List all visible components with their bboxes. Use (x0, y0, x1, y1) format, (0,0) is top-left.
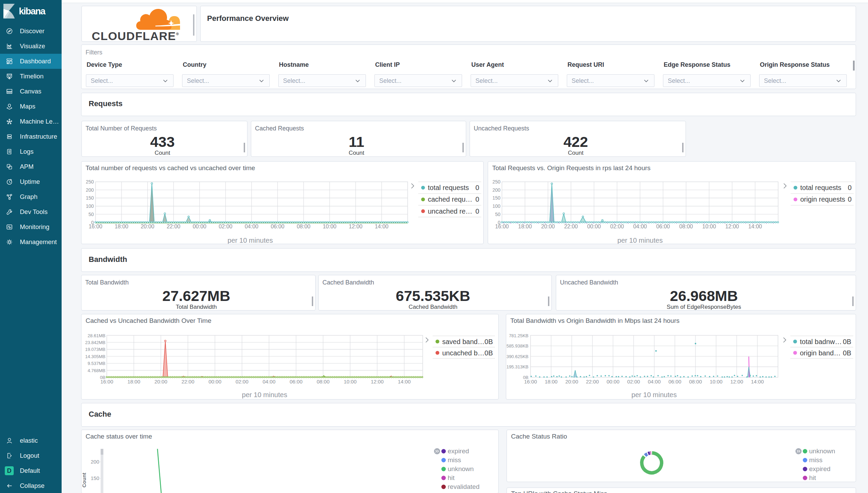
svg-text:total badnw…: total badnw… (800, 338, 842, 345)
svg-text:0B: 0B (843, 349, 851, 357)
svg-text:0: 0 (848, 184, 852, 191)
svg-text:00:00: 00:00 (208, 379, 221, 384)
svg-text:50: 50 (88, 212, 94, 217)
svg-text:100: 100 (86, 203, 94, 209)
svg-text:250: 250 (493, 179, 501, 185)
svg-text:hit: hit (809, 474, 816, 481)
svg-text:100: 100 (493, 203, 501, 209)
svg-text:23.842MB: 23.842MB (85, 340, 105, 345)
svg-text:uncached b…: uncached b… (442, 349, 484, 357)
svg-text:19.073MB: 19.073MB (85, 347, 105, 352)
svg-text:08:00: 08:00 (297, 224, 310, 229)
svg-text:0: 0 (475, 195, 479, 203)
svg-text:per 10 minutes: per 10 minutes (617, 237, 663, 244)
svg-text:00:00: 00:00 (607, 379, 620, 384)
svg-text:20:00: 20:00 (565, 379, 578, 384)
svg-text:06:00: 06:00 (290, 379, 303, 384)
svg-text:22:00: 22:00 (564, 224, 578, 229)
svg-text:585.938KB: 585.938KB (507, 343, 528, 349)
svg-text:150: 150 (86, 195, 94, 201)
svg-text:14:00: 14:00 (751, 379, 764, 384)
svg-text:00:00: 00:00 (193, 224, 206, 229)
svg-text:18:00: 18:00 (115, 224, 128, 229)
svg-text:12:00: 12:00 (725, 224, 739, 229)
svg-text:10:00: 10:00 (323, 224, 336, 229)
svg-text:02:00: 02:00 (610, 224, 624, 229)
svg-text:0: 0 (475, 207, 479, 215)
svg-text:miss: miss (448, 456, 461, 464)
svg-text:miss: miss (809, 456, 822, 464)
svg-text:total requests: total requests (800, 184, 841, 191)
svg-text:200: 200 (86, 187, 94, 193)
svg-text:06:00: 06:00 (668, 379, 681, 384)
svg-text:200: 200 (91, 459, 99, 465)
svg-text:50: 50 (495, 212, 500, 217)
svg-text:12:00: 12:00 (371, 379, 384, 384)
svg-text:4.768MB: 4.768MB (88, 368, 105, 373)
svg-text:10:00: 10:00 (710, 379, 723, 384)
svg-text:22:00: 22:00 (167, 224, 180, 229)
svg-text:expired: expired (809, 465, 830, 472)
svg-text:12:00: 12:00 (349, 224, 362, 229)
svg-text:14:00: 14:00 (375, 224, 388, 229)
svg-text:150: 150 (91, 475, 99, 481)
svg-text:04:00: 04:00 (263, 379, 276, 384)
svg-text:390.625KB: 390.625KB (507, 354, 528, 359)
svg-text:02:00: 02:00 (235, 379, 248, 384)
svg-text:08:00: 08:00 (317, 379, 330, 384)
svg-text:04:00: 04:00 (245, 224, 258, 229)
svg-text:cached requ…: cached requ… (428, 195, 472, 203)
svg-text:10:00: 10:00 (344, 379, 357, 384)
svg-text:04:00: 04:00 (633, 224, 647, 229)
svg-text:200: 200 (493, 187, 501, 193)
svg-text:08:00: 08:00 (679, 224, 693, 229)
svg-text:9.537MB: 9.537MB (88, 361, 105, 366)
svg-text:0: 0 (475, 184, 479, 191)
svg-text:20:00: 20:00 (141, 224, 154, 229)
svg-text:per 10 minutes: per 10 minutes (228, 237, 273, 244)
svg-text:02:00: 02:00 (219, 224, 232, 229)
svg-text:22:00: 22:00 (586, 379, 599, 384)
svg-text:revalidated: revalidated (448, 483, 480, 490)
svg-text:22:00: 22:00 (181, 379, 194, 384)
svg-text:14:00: 14:00 (398, 379, 411, 384)
svg-text:10:00: 10:00 (702, 224, 716, 229)
svg-text:0: 0 (498, 220, 500, 225)
svg-text:02:00: 02:00 (627, 379, 640, 384)
svg-text:00:00: 00:00 (587, 224, 601, 229)
svg-text:expired: expired (448, 447, 469, 455)
svg-text:total requests: total requests (428, 184, 469, 191)
svg-text:saved band…: saved band… (442, 338, 484, 345)
svg-text:12:00: 12:00 (730, 379, 743, 384)
svg-text:195.313KB: 195.313KB (507, 364, 528, 369)
svg-text:18:00: 18:00 (518, 224, 532, 229)
svg-text:781.25KB: 781.25KB (509, 333, 528, 338)
svg-text:unknown: unknown (448, 465, 474, 472)
svg-text:20:00: 20:00 (541, 224, 555, 229)
svg-text:0B: 0B (485, 338, 493, 345)
svg-text:0B: 0B (485, 349, 493, 357)
svg-text:250: 250 (86, 179, 94, 185)
svg-text:0B: 0B (843, 338, 851, 345)
svg-text:0: 0 (848, 195, 852, 203)
svg-text:20:00: 20:00 (154, 379, 167, 384)
svg-text:14.305MB: 14.305MB (85, 354, 105, 359)
svg-text:unknown: unknown (809, 447, 835, 455)
svg-text:18:00: 18:00 (545, 379, 558, 384)
svg-text:origin band…: origin band… (800, 349, 841, 357)
svg-text:28.61MB: 28.61MB (88, 333, 105, 338)
svg-text:hit: hit (448, 474, 455, 481)
svg-text:18:00: 18:00 (127, 379, 140, 384)
svg-text:0B: 0B (523, 375, 528, 380)
svg-text:08:00: 08:00 (689, 379, 702, 384)
svg-text:150: 150 (493, 195, 501, 201)
svg-text:16:00: 16:00 (89, 224, 102, 229)
svg-text:0B: 0B (100, 375, 105, 380)
svg-text:14:00: 14:00 (748, 224, 762, 229)
svg-text:16:00: 16:00 (495, 224, 509, 229)
svg-text:0: 0 (91, 220, 94, 225)
svg-text:Count: Count (81, 473, 87, 488)
svg-text:origin requests: origin requests (800, 195, 845, 203)
svg-text:uncached re…: uncached re… (428, 207, 472, 215)
svg-text:06:00: 06:00 (656, 224, 670, 229)
